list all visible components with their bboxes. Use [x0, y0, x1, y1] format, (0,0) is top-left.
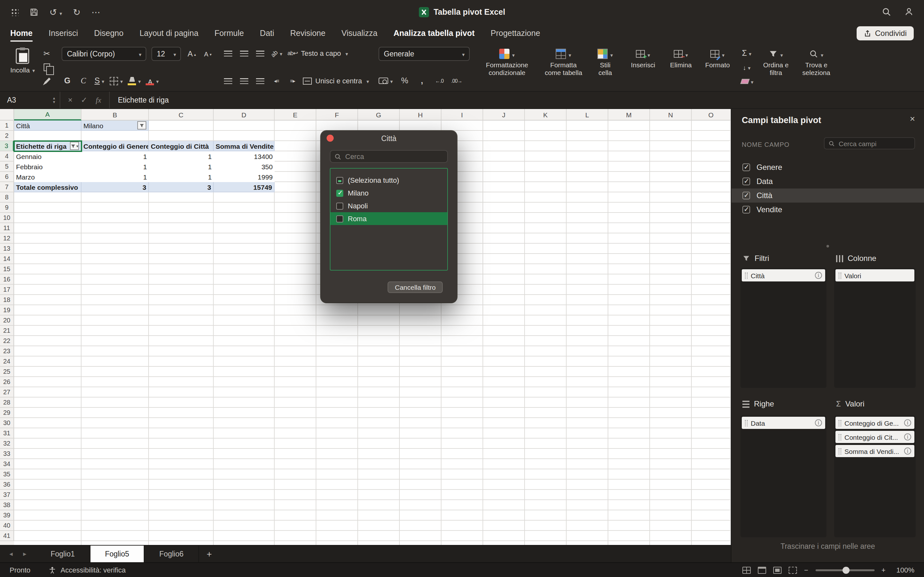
row-header-12[interactable]: 12 [0, 234, 14, 243]
row-header-35[interactable]: 35 [0, 469, 14, 480]
row-header-31[interactable]: 31 [0, 428, 14, 438]
drag-handle-icon[interactable] [838, 434, 841, 440]
field-chip-data[interactable]: Data [742, 417, 825, 429]
info-icon[interactable] [904, 448, 911, 455]
cut-button[interactable] [41, 47, 52, 60]
row-header-19[interactable]: 19 [0, 305, 14, 316]
tab-layout-di-pagina[interactable]: Layout di pagina [140, 25, 199, 41]
row-header-40[interactable]: 40 [0, 521, 14, 531]
row-header-9[interactable]: 9 [0, 203, 14, 213]
checkbox-checked-icon[interactable] [742, 192, 750, 199]
field-chip-conteggio-di-ge[interactable]: Conteggio di Ge... [835, 417, 914, 429]
cell-D7[interactable]: 15749 [214, 182, 275, 192]
drag-handle-icon[interactable] [838, 272, 841, 279]
sheet-tab-foglio1[interactable]: Foglio1 [36, 546, 90, 562]
column-header-O[interactable]: O [692, 109, 731, 121]
conditional-formatting-button[interactable]: Formattazione condizionale [479, 47, 535, 77]
row-header-14[interactable]: 14 [0, 254, 14, 264]
row-header-32[interactable]: 32 [0, 438, 14, 449]
tab-visualizza[interactable]: Visualizza [341, 25, 377, 41]
row-header-38[interactable]: 38 [0, 500, 14, 510]
increase-indent-button[interactable] [287, 74, 298, 87]
name-box[interactable]: A3 [0, 92, 60, 108]
info-icon[interactable] [815, 272, 822, 279]
fill-color-button[interactable] [128, 74, 141, 87]
cell-B7[interactable]: 3 [81, 182, 149, 192]
info-icon[interactable] [904, 434, 911, 440]
tab-revisione[interactable]: Revisione [290, 25, 326, 41]
row-header-18[interactable]: 18 [0, 295, 14, 305]
row-header-22[interactable]: 22 [0, 336, 14, 346]
font-color-button[interactable] [146, 74, 159, 87]
view-custom-button[interactable] [788, 566, 797, 574]
percent-format-button[interactable] [399, 74, 410, 87]
info-icon[interactable] [904, 419, 911, 426]
cell-A6[interactable]: Marzo [14, 172, 81, 182]
dialog-titlebar[interactable]: Città [321, 131, 457, 145]
cell-A3[interactable]: Etichette di riga▾ [14, 141, 81, 151]
column-header-C[interactable]: C [149, 109, 214, 121]
dialog-search-input[interactable]: Cerca [330, 150, 448, 163]
zoom-out-button[interactable] [804, 566, 808, 574]
select-all-corner[interactable] [0, 109, 14, 121]
filter-applied-icon[interactable] [137, 121, 146, 129]
cell-D5[interactable]: 350 [214, 161, 275, 172]
number-format-select[interactable]: Generale [379, 47, 470, 61]
decrease-decimal-button[interactable] [451, 74, 462, 87]
insert-cells-button[interactable]: Inserisci [628, 47, 658, 69]
filter-item-roma[interactable]: Roma [330, 212, 447, 225]
more-commands-button[interactable] [91, 7, 100, 16]
paste-button[interactable] [15, 47, 30, 65]
row-header-37[interactable]: 37 [0, 490, 14, 500]
filter-dropdown-icon[interactable]: ▾ [70, 142, 79, 150]
row-header-30[interactable]: 30 [0, 418, 14, 428]
sheet-tab-foglio5[interactable]: Foglio5 [90, 546, 144, 562]
save-button[interactable] [29, 7, 39, 16]
add-sheet-button[interactable] [207, 549, 212, 559]
format-cells-button[interactable]: Formato [703, 47, 732, 69]
drag-handle-icon[interactable] [838, 448, 841, 454]
drag-handle-icon[interactable] [745, 272, 748, 279]
row-header-23[interactable]: 23 [0, 346, 14, 356]
accessibility-check-button[interactable]: Accessibilità: verifica [48, 566, 126, 574]
row-header-36[interactable]: 36 [0, 480, 14, 490]
formula-content[interactable]: Etichette di riga [110, 96, 178, 104]
checkbox-mixed-icon[interactable] [336, 177, 343, 184]
align-top-button[interactable] [223, 47, 234, 60]
view-page-layout-button[interactable] [758, 566, 766, 574]
format-painter-button[interactable] [41, 75, 52, 88]
row-header-16[interactable]: 16 [0, 274, 14, 285]
drag-handle-icon[interactable] [745, 420, 748, 426]
column-header-G[interactable]: G [358, 109, 400, 121]
sort-filter-button[interactable]: Ordina e filtra [761, 47, 790, 77]
zoom-slider-thumb[interactable] [842, 566, 849, 574]
cell-B1[interactable]: Milano [81, 121, 149, 131]
wrap-text-button[interactable]: Testo a capo [288, 47, 348, 60]
row-header-3[interactable]: 3 [0, 141, 14, 151]
row-header-17[interactable]: 17 [0, 285, 14, 295]
pane-resize-dot[interactable] [827, 245, 829, 247]
column-header-B[interactable]: B [81, 109, 149, 121]
cell-A4[interactable]: Gennaio [14, 151, 81, 161]
row-header-28[interactable]: 28 [0, 398, 14, 408]
align-right-button[interactable] [255, 74, 266, 87]
tab-analizza-tabella-pivot[interactable]: Analizza tabella pivot [393, 25, 475, 41]
filter-item-milano[interactable]: Milano [330, 187, 447, 199]
confirm-entry-button[interactable] [81, 95, 87, 105]
cell-C4[interactable]: 1 [149, 151, 214, 161]
tab-progettazione[interactable]: Progettazione [491, 25, 540, 41]
column-header-A[interactable]: A [14, 109, 81, 121]
comma-format-button[interactable] [417, 74, 427, 87]
column-header-M[interactable]: M [608, 109, 650, 121]
tab-inserisci[interactable]: Inserisci [48, 25, 78, 41]
bold-button[interactable]: G [62, 74, 73, 87]
cell-C5[interactable]: 1 [149, 161, 214, 172]
row-header-33[interactable]: 33 [0, 449, 14, 459]
area-well-valori[interactable]: Conteggio di Ge...Conteggio di Cit...Som… [834, 416, 916, 537]
align-middle-button[interactable] [239, 47, 250, 60]
cell-B4[interactable]: 1 [81, 151, 149, 161]
undo-button[interactable] [49, 7, 62, 16]
column-header-H[interactable]: H [400, 109, 441, 121]
align-center-button[interactable] [239, 74, 250, 87]
tab-formule[interactable]: Formule [214, 25, 244, 41]
